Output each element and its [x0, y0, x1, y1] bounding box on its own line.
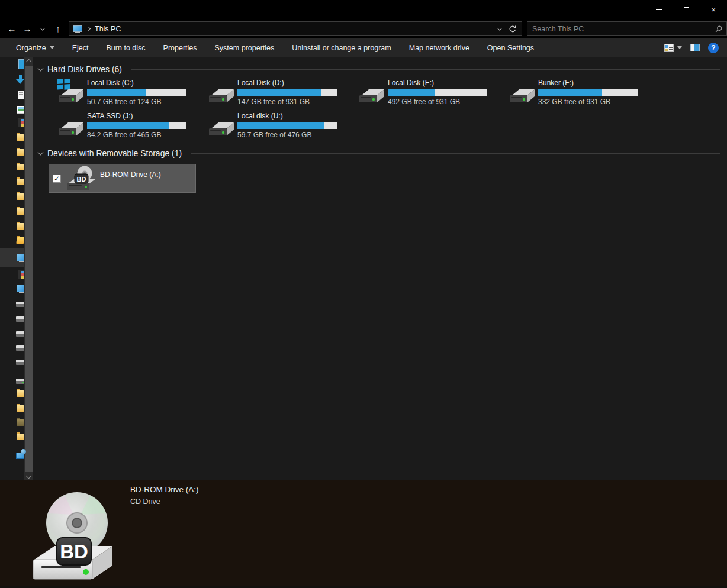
- burn-to-disc-button[interactable]: Burn to disc: [98, 38, 155, 57]
- drive-tile-j[interactable]: SATA SSD (J:) 84.2 GB free of 465 GB: [56, 112, 207, 139]
- drive-icon: [56, 112, 87, 140]
- view-mode-icon: [664, 44, 674, 52]
- drive-tile-e[interactable]: Local Disk (E:) 492 GB free of 931 GB: [357, 79, 507, 106]
- selected-item-icon: BD: [28, 489, 117, 586]
- scrollbar-thumb[interactable]: [25, 66, 33, 472]
- nav-buttons: ← → ↑: [0, 22, 69, 36]
- recent-locations-button[interactable]: [36, 22, 50, 36]
- section-hard-disk-drives[interactable]: Hard Disk Drives (6): [38, 64, 727, 74]
- capacity-bar-fill: [87, 122, 169, 129]
- capacity-bar-fill: [87, 89, 146, 96]
- breadcrumb-location[interactable]: This PC: [95, 25, 121, 33]
- hard-disk-grid: Local Disk (C:) 50.7 GB free of 124 GB: [56, 79, 727, 139]
- maximize-button[interactable]: [673, 0, 700, 19]
- drive-tile-d[interactable]: Local Disk (D:) 147 GB free of 931 GB: [207, 79, 357, 106]
- capacity-bar: [538, 89, 638, 96]
- close-icon: ×: [711, 5, 716, 14]
- breadcrumb-chevron-icon[interactable]: [86, 27, 91, 31]
- content-pane: Hard Disk Drives (6): [34, 57, 727, 480]
- explorer-body: Hard Disk Drives (6): [0, 57, 727, 480]
- capacity-bar: [87, 122, 186, 129]
- collapse-chevron-icon[interactable]: [38, 66, 44, 72]
- drive-name[interactable]: Local disk (U:): [237, 112, 357, 120]
- search-box[interactable]: [527, 21, 727, 36]
- drive-free-space: 147 GB free of 931 GB: [237, 98, 357, 106]
- drive-name[interactable]: Local Disk (D:): [237, 79, 357, 87]
- forward-button[interactable]: →: [20, 22, 34, 36]
- titlebar[interactable]: ×: [0, 0, 727, 19]
- drive-name[interactable]: SATA SSD (J:): [87, 112, 207, 120]
- drive-name[interactable]: Local Disk (C:): [87, 79, 207, 87]
- open-settings-button[interactable]: Open Settings: [478, 38, 543, 57]
- chevron-down-icon: [497, 25, 502, 30]
- hard-drive-icon: [507, 81, 536, 105]
- uninstall-program-button[interactable]: Uninstall or change a program: [283, 38, 400, 57]
- minimize-icon: [656, 9, 662, 10]
- drive-icon: [56, 79, 87, 107]
- chevron-down-icon: [677, 46, 682, 49]
- bd-rom-drive-tile[interactable]: ✓ BD BD-ROM Drive (A:): [49, 164, 196, 193]
- drive-icon: [207, 112, 237, 140]
- refresh-button[interactable]: [506, 22, 519, 35]
- hard-drive-icon: [207, 114, 235, 138]
- capacity-bar-fill: [237, 89, 321, 96]
- capacity-bar: [237, 122, 337, 129]
- drive-free-space: 84.2 GB free of 465 GB: [87, 131, 207, 139]
- search-icon[interactable]: [715, 25, 723, 33]
- close-button[interactable]: ×: [700, 0, 727, 19]
- sidebar-scrollbar[interactable]: [24, 57, 33, 480]
- removable-item-name[interactable]: BD-ROM Drive (A:): [100, 170, 161, 179]
- help-button[interactable]: ?: [708, 43, 719, 53]
- scroll-down-icon[interactable]: [26, 473, 32, 479]
- hard-drive-icon: [207, 81, 235, 105]
- drive-name[interactable]: Local Disk (E:): [388, 79, 507, 87]
- eject-button[interactable]: Eject: [63, 38, 98, 57]
- capacity-bar: [237, 89, 337, 96]
- drive-info: Local Disk (D:) 147 GB free of 931 GB: [237, 79, 357, 106]
- maximize-icon: [684, 7, 689, 12]
- scroll-up-icon[interactable]: [26, 59, 32, 65]
- bd-rom-drive-icon: BD: [66, 165, 96, 192]
- drive-name[interactable]: Bunker (F:): [538, 79, 658, 87]
- drive-info: Local Disk (C:) 50.7 GB free of 124 GB: [87, 79, 207, 106]
- back-button[interactable]: ←: [5, 22, 19, 36]
- section-title[interactable]: Devices with Removable Storage (1): [47, 148, 182, 158]
- windows-logo-icon: [57, 79, 70, 91]
- address-bar[interactable]: This PC: [69, 21, 522, 36]
- up-button[interactable]: ↑: [51, 22, 65, 36]
- this-pc-icon: [73, 25, 82, 32]
- details-pane: BD BD-ROM Drive (A:) CD Drive: [0, 480, 727, 586]
- drive-tile-u[interactable]: Local disk (U:) 59.7 GB free of 476 GB: [207, 112, 357, 139]
- properties-button[interactable]: Properties: [155, 38, 206, 57]
- search-input[interactable]: [532, 25, 715, 33]
- address-dropdown-button[interactable]: [493, 22, 506, 35]
- bottom-edge: [0, 586, 727, 588]
- change-view-button[interactable]: [664, 44, 682, 52]
- map-network-drive-button[interactable]: Map network drive: [400, 38, 478, 57]
- drive-icon: [207, 79, 237, 107]
- drive-free-space: 332 GB free of 931 GB: [538, 98, 658, 106]
- section-removable-storage[interactable]: Devices with Removable Storage (1): [38, 148, 727, 158]
- capacity-bar-fill: [388, 89, 435, 96]
- preview-pane-button[interactable]: [690, 44, 700, 51]
- section-title[interactable]: Hard Disk Drives (6): [47, 64, 122, 74]
- drive-info: Local disk (U:) 59.7 GB free of 476 GB: [237, 112, 357, 139]
- drive-free-space: 50.7 GB free of 124 GB: [87, 98, 207, 106]
- hard-drive-icon: [56, 114, 85, 138]
- system-properties-button[interactable]: System properties: [206, 38, 284, 57]
- bd-rom-large-icon: BD: [28, 489, 117, 583]
- minimize-button[interactable]: [645, 0, 673, 19]
- collapse-chevron-icon[interactable]: [38, 150, 44, 156]
- organize-button[interactable]: Organize: [7, 38, 63, 57]
- command-toolbar: Organize Eject Burn to disc Properties S…: [0, 38, 727, 57]
- drive-info: SATA SSD (J:) 84.2 GB free of 465 GB: [87, 112, 207, 139]
- refresh-icon: [509, 25, 517, 33]
- drive-info: Bunker (F:) 332 GB free of 931 GB: [538, 79, 658, 106]
- drive-info: Local Disk (E:) 492 GB free of 931 GB: [388, 79, 507, 106]
- view-mode-lines-icon: [669, 46, 673, 51]
- drive-tile-f[interactable]: Bunker (F:) 332 GB free of 931 GB: [507, 79, 658, 106]
- drive-free-space: 492 GB free of 931 GB: [388, 98, 507, 106]
- toolbar-right-icons: ?: [664, 43, 722, 53]
- item-checkbox[interactable]: ✓: [53, 175, 61, 183]
- drive-tile-c[interactable]: Local Disk (C:) 50.7 GB free of 124 GB: [56, 79, 207, 106]
